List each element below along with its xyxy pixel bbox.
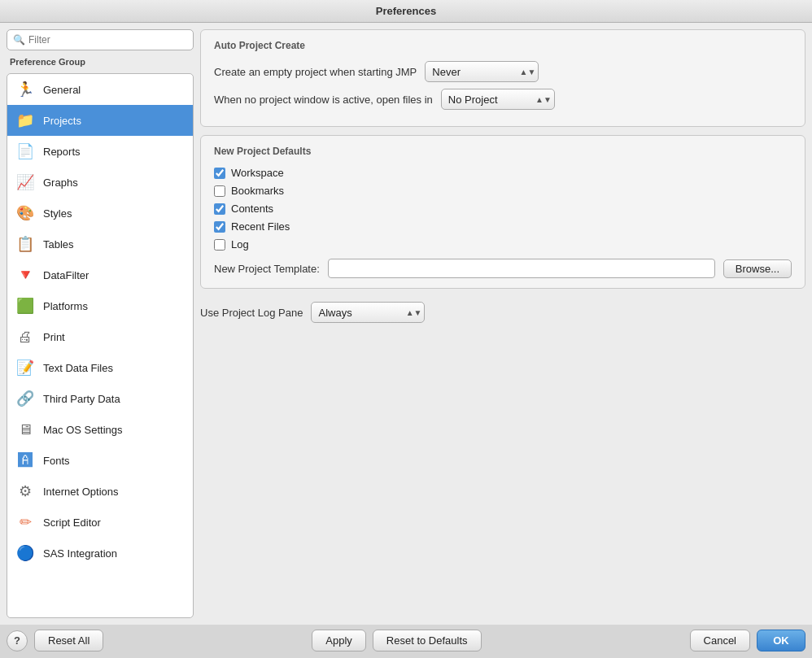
sidebar-item-label-platforms: Platforms (43, 300, 88, 312)
auto-project-title: Auto Project Create (214, 40, 792, 51)
sidebar-item-print[interactable]: 🖨Print (7, 321, 193, 352)
checkbox-row-log: Log (214, 238, 792, 251)
thirdparty-icon: 🔗 (14, 387, 37, 410)
print-icon: 🖨 (14, 325, 37, 348)
sidebar-item-label-reports: Reports (43, 146, 81, 158)
sidebar-item-general[interactable]: 🏃General (7, 74, 193, 105)
cancel-button[interactable]: Cancel (690, 630, 750, 651)
sidebar-item-macos[interactable]: 🖥Mac OS Settings (7, 414, 193, 445)
bottom-bar: ? Reset All Apply Reset to Defaults Canc… (0, 625, 812, 658)
sidebar: 🔍 Preference Group 🏃General📁Projects📄Rep… (7, 29, 194, 618)
open-select-wrap: No ProjectCurrent ProjectNew Project ▲▼ (441, 89, 555, 110)
checkbox-label-contents: Contents (231, 203, 273, 215)
checkbox-row-workspace: Workspace (214, 167, 792, 179)
textdata-icon: 📝 (14, 356, 37, 379)
new-project-section: New Project Defaults WorkspaceBookmarksC… (200, 135, 805, 289)
sidebar-item-tables[interactable]: 📋Tables (7, 229, 193, 259)
checkbox-label-bookmarks: Bookmarks (231, 185, 284, 197)
checkbox-label-workspace: Workspace (231, 167, 284, 179)
create-label: Create an empty project when starting JM… (214, 66, 417, 78)
checkboxes-container: WorkspaceBookmarksContentsRecent FilesLo… (214, 167, 792, 251)
sidebar-item-thirdparty[interactable]: 🔗Third Party Data (7, 383, 193, 414)
help-button[interactable]: ? (7, 630, 28, 651)
preference-group-label: Preference Group (7, 55, 194, 68)
auto-project-section: Auto Project Create Create an empty proj… (200, 29, 805, 127)
checkbox-log[interactable] (214, 239, 225, 251)
checkbox-bookmarks[interactable] (214, 185, 225, 197)
open-select[interactable]: No ProjectCurrent ProjectNew Project (441, 89, 555, 110)
bottom-left-buttons: ? Reset All (7, 630, 103, 651)
tables-icon: 📋 (14, 233, 37, 255)
checkbox-row-recent_files: Recent Files (214, 220, 792, 233)
checkbox-workspace[interactable] (214, 168, 225, 179)
sidebar-item-label-script: Script Editor (43, 516, 101, 529)
open-label: When no project window is active, open f… (214, 94, 433, 106)
sidebar-item-label-textdata: Text Data Files (43, 362, 113, 374)
log-pane-row: Use Project Log Pane AlwaysNeverAsk ▲▼ (200, 297, 805, 323)
create-row: Create an empty project when starting JM… (214, 61, 792, 82)
graphs-icon: 📈 (14, 171, 37, 194)
sidebar-item-label-sas: SAS Integration (43, 547, 117, 560)
sidebar-item-label-tables: Tables (43, 238, 74, 251)
reset-defaults-button[interactable]: Reset to Defaults (373, 630, 482, 651)
sidebar-item-label-projects: Projects (43, 115, 81, 127)
sidebar-item-datafilter[interactable]: 🔻DataFilter (7, 259, 193, 290)
browse-button[interactable]: Browse... (723, 259, 792, 278)
checkbox-recent_files[interactable] (214, 221, 225, 233)
sidebar-item-projects[interactable]: 📁Projects (7, 105, 193, 136)
open-row: When no project window is active, open f… (214, 89, 792, 110)
sidebar-item-fonts[interactable]: 🅰Fonts (7, 445, 193, 476)
sidebar-item-label-internet: Internet Options (43, 486, 119, 498)
ok-button[interactable]: OK (757, 630, 805, 651)
search-icon: 🔍 (13, 34, 25, 46)
sidebar-item-platforms[interactable]: 🟩Platforms (7, 290, 193, 321)
sidebar-item-sas[interactable]: 🔵SAS Integration (7, 538, 193, 569)
datafilter-icon: 🔻 (14, 264, 37, 286)
template-row: New Project Template: Browse... (214, 259, 792, 278)
filter-wrap: 🔍 (7, 29, 194, 50)
checkbox-label-log: Log (231, 238, 249, 251)
window-title: Preferences (376, 5, 436, 17)
log-select[interactable]: AlwaysNeverAsk (311, 302, 425, 323)
projects-icon: 📁 (14, 109, 37, 132)
log-select-wrap: AlwaysNeverAsk ▲▼ (311, 302, 425, 323)
sidebar-item-styles[interactable]: 🎨Styles (7, 198, 193, 229)
fonts-icon: 🅰 (14, 449, 37, 472)
sidebar-item-graphs[interactable]: 📈Graphs (7, 167, 193, 198)
new-project-title: New Project Defaults (214, 146, 792, 157)
reports-icon: 📄 (14, 140, 37, 163)
checkbox-contents[interactable] (214, 203, 225, 215)
filter-input[interactable] (7, 29, 194, 50)
template-label: New Project Template: (214, 263, 320, 275)
sidebar-item-label-fonts: Fonts (43, 455, 70, 467)
create-select[interactable]: NeverAlwaysAsk (425, 61, 539, 82)
sidebar-item-label-print: Print (43, 331, 65, 343)
content-panel: Auto Project Create Create an empty proj… (200, 29, 805, 618)
general-icon: 🏃 (14, 78, 37, 101)
apply-reset-group: Apply Reset to Defaults (312, 630, 481, 651)
window-body: 🔍 Preference Group 🏃General📁Projects📄Rep… (0, 23, 812, 625)
sidebar-item-label-general: General (43, 84, 81, 96)
sidebar-item-reports[interactable]: 📄Reports (7, 136, 193, 167)
sidebar-item-script[interactable]: ✏Script Editor (7, 507, 193, 538)
sidebar-item-label-datafilter: DataFilter (43, 269, 89, 281)
sidebar-item-label-styles: Styles (43, 207, 72, 220)
checkbox-row-bookmarks: Bookmarks (214, 185, 792, 197)
sidebar-item-textdata[interactable]: 📝Text Data Files (7, 352, 193, 383)
apply-button[interactable]: Apply (312, 630, 366, 651)
internet-icon: ⚙ (14, 480, 37, 503)
sas-icon: 🔵 (14, 542, 37, 564)
reset-all-button[interactable]: Reset All (34, 630, 103, 651)
checkbox-row-contents: Contents (214, 203, 792, 215)
styles-icon: 🎨 (14, 202, 37, 224)
macos-icon: 🖥 (14, 418, 37, 441)
sidebar-item-label-thirdparty: Third Party Data (43, 393, 120, 405)
template-input[interactable] (328, 259, 715, 278)
sidebar-item-label-graphs: Graphs (43, 176, 78, 189)
platforms-icon: 🟩 (14, 294, 37, 317)
log-pane-label: Use Project Log Pane (200, 307, 303, 319)
sidebar-item-internet[interactable]: ⚙Internet Options (7, 476, 193, 507)
script-icon: ✏ (14, 511, 37, 534)
bottom-right-buttons: Cancel OK (690, 630, 805, 651)
sidebar-item-label-macos: Mac OS Settings (43, 424, 123, 436)
